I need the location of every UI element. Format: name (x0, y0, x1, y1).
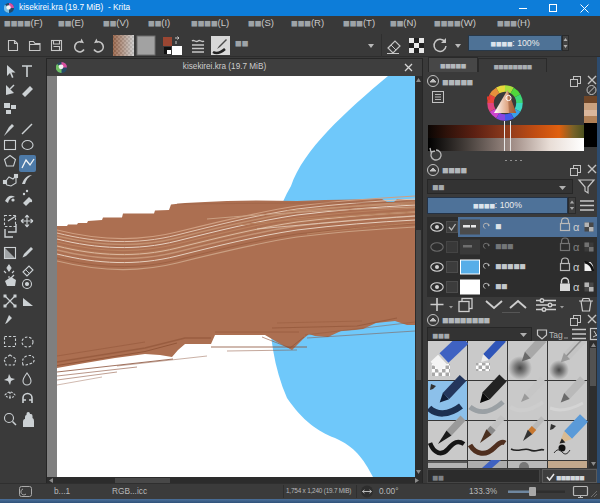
svg-text:α: α (573, 261, 580, 273)
svg-text:α: α (573, 221, 580, 233)
svg-text:α: α (573, 241, 580, 253)
svg-text:α: α (573, 281, 580, 293)
svg-text:Tag: Tag (549, 330, 563, 340)
